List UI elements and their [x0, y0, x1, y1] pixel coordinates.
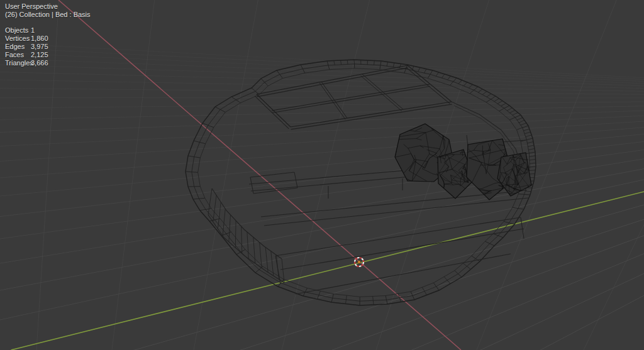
stats-label: Edges — [5, 43, 31, 51]
stats-label: Triangles — [5, 59, 31, 67]
collection-breadcrumb: (26) Collection | Bed : Basis — [5, 11, 91, 19]
blender-3d-viewport[interactable]: User Perspective (26) Collection | Bed :… — [0, 0, 644, 350]
stats-value: 3,666 — [31, 59, 48, 67]
scene-statistics: Objects 1 Vertices 1,860 Edges 3,975 Fac… — [5, 26, 91, 67]
stats-value: 2,125 — [31, 51, 48, 59]
stats-value: 1 — [31, 26, 35, 35]
stats-label: Objects — [5, 26, 31, 35]
stats-value: 1,860 — [31, 35, 48, 43]
stats-row: Objects 1 — [5, 26, 91, 35]
stats-row: Faces 2,125 — [5, 51, 91, 59]
stats-label: Vertices — [5, 35, 31, 43]
stats-label: Faces — [5, 51, 31, 59]
viewport-hud: User Perspective (26) Collection | Bed :… — [5, 3, 91, 67]
stats-row: Edges 3,975 — [5, 43, 91, 51]
viewport-canvas[interactable] — [0, 0, 644, 350]
view-perspective-label: User Perspective — [5, 3, 91, 11]
stats-row: Vertices 1,860 — [5, 35, 91, 43]
stats-value: 3,975 — [31, 43, 48, 51]
stats-row: Triangles 3,666 — [5, 59, 91, 67]
